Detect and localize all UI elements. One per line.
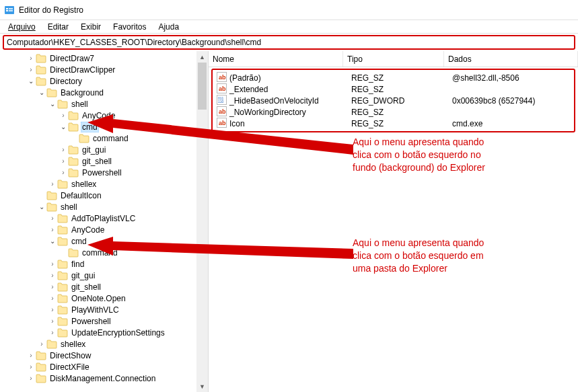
svg-rect-2 [6,10,8,11]
chevron-right-icon[interactable]: › [48,226,57,233]
menu-edit[interactable]: Editar [42,21,74,33]
tree-item[interactable]: ›Powershell [0,315,208,327]
value-data: 0x00639bc8 (6527944) [448,96,574,106]
tree-item-label: Background [59,88,105,97]
scroll-down-button[interactable]: ▼ [196,381,208,392]
chevron-right-icon[interactable]: › [59,146,67,153]
list-header: Nome Tipo Dados [209,51,578,67]
menu-favorites[interactable]: Favoritos [108,21,151,33]
chevron-right-icon[interactable]: › [48,260,57,268]
scroll-thumb[interactable] [198,63,207,110]
tree-item-label: AnyCode [70,225,106,235]
chevron-down-icon[interactable]: ⌄ [38,203,46,210]
svg-text:ab: ab [219,85,226,92]
chevron-right-icon[interactable]: › [48,180,57,188]
col-name[interactable]: Nome [209,51,343,67]
svg-text:ab: ab [219,74,226,81]
tree-item[interactable]: ⌄cmd [0,121,208,132]
chevron-right-icon[interactable]: › [38,340,46,348]
tree-item[interactable]: ›Powershell [0,167,208,178]
chevron-down-icon[interactable]: ⌄ [59,123,67,130]
chevron-right-icon[interactable]: › [27,363,35,370]
tree-item[interactable]: ⌄shell [0,201,208,212]
string-value-icon: ab [217,83,227,95]
chevron-right-icon[interactable]: › [59,169,67,176]
menu-view[interactable]: Exibir [75,21,106,33]
tree-scrollbar[interactable]: ▲ ▼ [196,51,208,392]
menu-file[interactable]: Arquivo [3,21,41,33]
tree-item-label: OneNote.Open [70,294,127,303]
value-row[interactable]: ab_NoWorkingDirectoryREG_SZ [213,106,574,118]
tree-item-label: find [70,260,85,269]
tree-item[interactable]: ›shellex [0,338,208,350]
tree-pane[interactable]: ›DirectDraw7›DirectDrawClipper⌄Directory… [0,51,209,392]
tree-item-label: DirectShow [48,351,92,360]
tree-item[interactable]: ›DirectDrawClipper [0,64,208,75]
chevron-right-icon[interactable]: › [48,329,57,336]
tree-item[interactable]: ›find [0,258,208,270]
folder-icon [57,260,68,269]
svg-text:ab: ab [219,120,226,126]
tree-item[interactable]: DefaultIcon [0,190,208,201]
value-row[interactable]: 011110_HideBasedOnVelocityIdREG_DWORD0x0… [213,95,574,106]
tree-item-label: AddToPlaylistVLC [70,214,137,223]
tree-item[interactable]: ›PlayWithVLC [0,304,208,315]
chevron-right-icon[interactable]: › [48,306,57,313]
tree-item[interactable]: ›AnyCode [0,110,208,121]
value-row[interactable]: ab(Padrão)REG_SZ@shell32.dll,-8506 [213,72,574,83]
value-name: (Padrão) [229,73,261,83]
tree-item[interactable]: ⌄shell [0,98,208,110]
tree-item-label: AnyCode [81,111,116,120]
tree-item[interactable]: ›OneNote.Open [0,292,208,304]
chevron-down-icon[interactable]: ⌄ [38,89,46,96]
chevron-right-icon[interactable]: › [27,375,35,382]
tree-item[interactable]: ⌄Background [0,87,208,98]
chevron-right-icon[interactable]: › [27,352,35,359]
tree-item[interactable]: ›DirectXFile [0,361,208,373]
col-type[interactable]: Tipo [343,51,444,67]
svg-rect-1 [6,8,8,9]
tree-item[interactable]: ›git_shell [0,155,208,167]
tree-item[interactable]: command [0,132,208,144]
tree-item[interactable]: ›AddToPlaylistVLC [0,212,208,224]
chevron-right-icon[interactable]: › [27,54,35,62]
tree-item[interactable]: ›AnyCode [0,224,208,235]
tree-item[interactable]: ⌄Directory [0,75,208,87]
chevron-right-icon[interactable]: › [59,112,67,119]
chevron-right-icon[interactable]: › [59,157,67,165]
address-bar[interactable]: Computador\HKEY_CLASSES_ROOT\Directory\B… [3,35,575,50]
value-row[interactable]: abIconREG_SZcmd.exe [213,118,574,129]
tree-item[interactable]: command [0,247,208,258]
tree-item-label: shell [59,202,79,212]
folder-icon [57,328,68,338]
folder-icon [36,351,46,360]
menu-help[interactable]: Ajuda [153,21,184,33]
tree-item[interactable]: ›git_gui [0,144,208,155]
chevron-right-icon[interactable]: › [48,272,57,279]
scroll-up-button[interactable]: ▲ [196,51,208,63]
chevron-right-icon[interactable]: › [48,317,57,325]
tree-item[interactable]: ⌄cmd [0,235,208,247]
chevron-down-icon[interactable]: ⌄ [27,77,35,85]
tree-item[interactable]: ›DirectShow [0,350,208,361]
chevron-down-icon[interactable]: ⌄ [48,237,57,245]
value-row[interactable]: ab_ExtendedREG_SZ [213,83,574,95]
chevron-right-icon[interactable]: › [48,295,57,302]
chevron-right-icon[interactable]: › [48,283,57,290]
menu-bar: Arquivo Editar Exibir Favoritos Ajuda [0,20,578,34]
tree-item[interactable]: ›git_shell [0,281,208,292]
folder-icon [68,122,79,132]
tree-item[interactable]: ›DiskManagement.Connection [0,373,208,384]
tree-item[interactable]: ›UpdateEncryptionSettings [0,327,208,338]
chevron-right-icon[interactable]: › [27,66,35,73]
chevron-down-icon[interactable]: ⌄ [48,100,57,108]
folder-icon [68,248,79,258]
regedit-icon [4,5,15,15]
chevron-right-icon[interactable]: › [48,214,57,222]
tree-item[interactable]: ›git_gui [0,270,208,281]
col-data[interactable]: Dados [444,51,578,67]
tree-item-label: DirectDrawClipper [48,65,116,75]
tree-item[interactable]: ›shellex [0,178,208,190]
tree-item[interactable]: ›DirectDraw7 [0,52,208,64]
svg-rect-3 [9,8,13,9]
